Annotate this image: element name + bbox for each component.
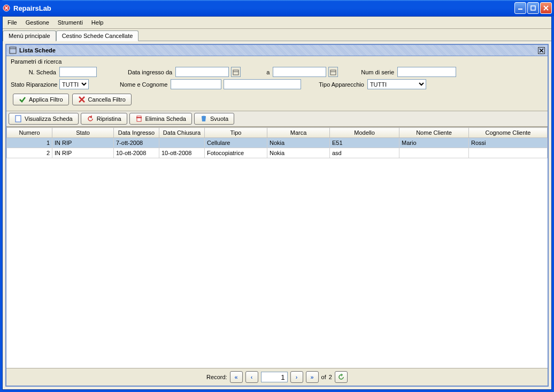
nome-input[interactable] (171, 79, 221, 89)
search-group-label: Parametri di ricerca (11, 58, 543, 65)
tabbar: Menù principale Cestino Schede Cancellat… (3, 29, 551, 41)
col-modello[interactable]: Modello (330, 128, 399, 138)
nome-cognome-label: Nome e Cognome (120, 81, 167, 88)
calendar-from-button[interactable] (231, 67, 241, 77)
col-marca[interactable]: Marca (267, 128, 330, 138)
cell-modello[interactable]: E51 (330, 138, 399, 148)
cell-data_chiusura[interactable] (159, 138, 205, 148)
col-cognome-cliente[interactable]: Cognome Cliente (469, 128, 548, 138)
cell-cognome_cliente[interactable]: Rossi (469, 138, 548, 148)
svg-rect-10 (137, 116, 141, 121)
panel-icon (9, 47, 17, 54)
document-icon (14, 115, 22, 122)
refresh-button[interactable] (335, 371, 348, 383)
cognome-input[interactable] (224, 79, 301, 89)
table-container: Numero Stato Data Ingresso Data Chiusura… (6, 127, 548, 368)
cell-cognome_cliente[interactable] (469, 148, 548, 158)
tab-cestino[interactable]: Cestino Schede Cancellate (56, 30, 139, 41)
tab-menu-principale[interactable]: Menù principale (3, 30, 56, 41)
col-nome-cliente[interactable]: Nome Cliente (399, 128, 469, 138)
prev-record-button[interactable]: ‹ (245, 371, 258, 383)
tipo-app-label: Tipo Apparecchio (319, 81, 364, 88)
cell-numero[interactable]: 1 (7, 138, 52, 148)
cell-tipo[interactable]: Fotocopiatrice (205, 148, 267, 158)
tipo-app-select[interactable]: TUTTI (367, 79, 426, 89)
cell-stato[interactable]: IN RIP (52, 148, 114, 158)
first-record-button[interactable]: « (230, 371, 243, 383)
panel-close-button[interactable] (538, 47, 545, 54)
elimina-scheda-button[interactable]: Elimina Scheda (129, 113, 192, 125)
cell-nome_cliente[interactable] (399, 148, 469, 158)
col-numero[interactable]: Numero (7, 128, 52, 138)
col-data-chiusura[interactable]: Data Chiusura (159, 128, 205, 138)
toolbar: Visualizza Scheda Ripristina Elimina Sch… (6, 111, 548, 127)
cell-stato[interactable]: IN RIP (52, 138, 114, 148)
menubar: File Gestione Strumenti Help (3, 17, 551, 29)
last-record-button[interactable]: » (306, 371, 319, 383)
n-scheda-input[interactable] (59, 67, 97, 77)
x-icon (78, 96, 86, 103)
trash-icon (200, 115, 207, 122)
table-row[interactable]: 1IN RIP7-ott-2008CellulareNokiaE51MarioR… (7, 138, 548, 148)
num-serie-input[interactable] (397, 67, 456, 77)
a-label: a (266, 69, 270, 75)
data-a-input[interactable] (273, 67, 326, 77)
col-tipo[interactable]: Tipo (205, 128, 267, 138)
cell-data_ingresso[interactable]: 10-ott-2008 (114, 148, 159, 158)
num-serie-label: Num di serie (361, 69, 394, 75)
svg-rect-7 (330, 70, 336, 75)
data-table[interactable]: Numero Stato Data Ingresso Data Chiusura… (6, 127, 548, 158)
stato-rip-select[interactable]: TUTTI (59, 79, 89, 89)
data-ingresso-da-label: Data ingresso da (128, 69, 172, 75)
window-title: RepairsLab (13, 4, 51, 12)
delete-icon (135, 115, 143, 122)
menu-gestione[interactable]: Gestione (22, 18, 53, 27)
total-records: 2 (329, 374, 332, 380)
col-data-ingresso[interactable]: Data Ingresso (114, 128, 159, 138)
stato-rip-label: Stato Riparazione (11, 81, 56, 88)
data-da-input[interactable] (175, 67, 229, 77)
svg-rect-5 (233, 70, 238, 75)
cell-tipo[interactable]: Cellulare (205, 138, 267, 148)
cell-data_chiusura[interactable]: 10-ott-2008 (159, 148, 205, 158)
ripristina-button[interactable]: Ripristina (81, 113, 127, 125)
svg-rect-2 (531, 6, 535, 10)
col-stato[interactable]: Stato (52, 128, 114, 138)
visualizza-scheda-button[interactable]: Visualizza Scheda (9, 113, 79, 125)
check-icon (19, 96, 26, 103)
minimize-button[interactable] (514, 2, 526, 14)
menu-strumenti[interactable]: Strumenti (54, 18, 87, 27)
next-record-button[interactable]: › (290, 371, 303, 383)
panel-titlebar: Lista Schede (6, 45, 548, 56)
cell-marca[interactable]: Nokia (267, 148, 330, 158)
search-params: Parametri di ricerca N. Scheda Data ingr… (6, 56, 548, 107)
svg-rect-9 (16, 116, 21, 122)
titlebar: RepairsLab (0, 0, 554, 16)
record-navigator: Record: « ‹ › » of 2 (6, 368, 548, 386)
cancella-filtro-button[interactable]: Cancella Filtro (72, 94, 132, 105)
undo-icon (87, 115, 94, 122)
svg-rect-3 (10, 47, 16, 53)
cell-data_ingresso[interactable]: 7-ott-2008 (114, 138, 159, 148)
cell-numero[interactable]: 2 (7, 148, 52, 158)
cell-nome_cliente[interactable]: Mario (399, 138, 469, 148)
of-label: of (321, 374, 326, 380)
panel-title: Lista Schede (19, 47, 56, 53)
cell-modello[interactable]: asd (330, 148, 399, 158)
record-input[interactable] (261, 372, 288, 382)
calendar-to-button[interactable] (328, 67, 338, 77)
menu-file[interactable]: File (4, 18, 21, 27)
menu-help[interactable]: Help (88, 18, 107, 27)
app-icon (2, 4, 11, 12)
record-label: Record: (206, 374, 227, 380)
n-scheda-label: N. Scheda (11, 69, 56, 75)
close-window-button[interactable] (540, 2, 552, 14)
maximize-button[interactable] (527, 2, 539, 14)
cell-marca[interactable]: Nokia (267, 138, 330, 148)
applica-filtro-button[interactable]: Applica Filtro (13, 94, 69, 105)
table-row[interactable]: 2IN RIP10-ott-200810-ott-2008Fotocopiatr… (7, 148, 548, 158)
svuota-button[interactable]: Svuota (194, 113, 234, 125)
